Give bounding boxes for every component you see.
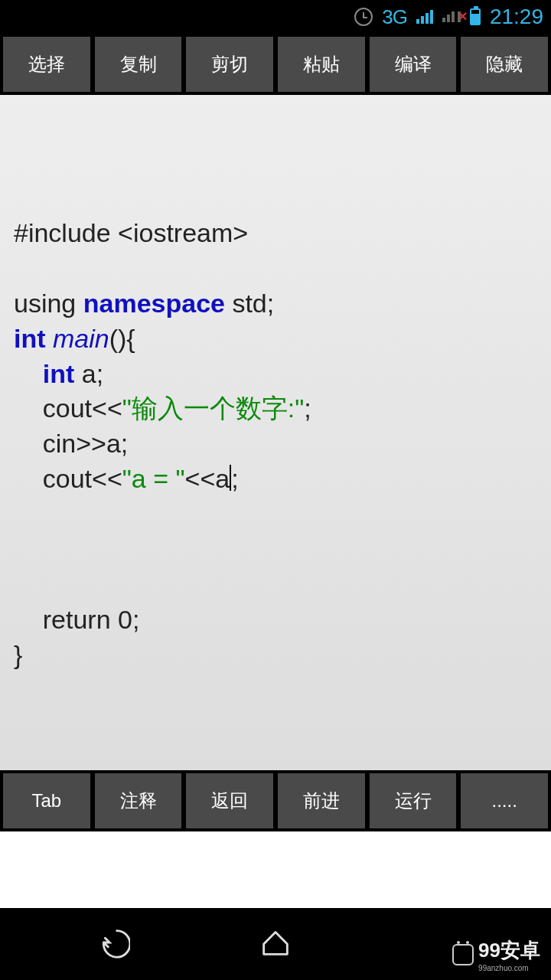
copy-button[interactable]: 复制 <box>95 37 182 92</box>
robot-icon <box>452 944 474 965</box>
bottom-toolbar: Tab 注释 返回 前进 运行 ..... <box>0 770 551 831</box>
comment-button[interactable]: 注释 <box>95 773 182 828</box>
code-content: #include <iostream> using namespace std;… <box>14 107 537 673</box>
paste-button[interactable]: 粘贴 <box>278 37 365 92</box>
redo-button[interactable]: 前进 <box>278 773 365 828</box>
brand-url: 99anzhuo.com <box>478 964 540 972</box>
signal2-icon: ✕ <box>442 11 461 22</box>
run-button[interactable]: 运行 <box>370 773 457 828</box>
compile-button[interactable]: 编译 <box>370 37 457 92</box>
back-icon[interactable] <box>95 925 130 963</box>
signal-icon <box>416 10 433 24</box>
select-button[interactable]: 选择 <box>3 37 90 92</box>
alarm-icon <box>354 8 373 26</box>
battery-icon <box>470 8 481 25</box>
clock: 21:29 <box>490 5 543 29</box>
hide-button[interactable]: 隐藏 <box>461 37 548 92</box>
system-nav-bar: 99安卓 99anzhuo.com <box>0 908 551 980</box>
tab-button[interactable]: Tab <box>3 773 90 828</box>
keyboard-area <box>0 831 551 908</box>
network-type: 3G <box>382 5 407 29</box>
status-bar: 3G ✕ 21:29 <box>0 0 551 34</box>
watermark: 99安卓 99anzhuo.com <box>452 937 540 972</box>
undo-button[interactable]: 返回 <box>186 773 273 828</box>
top-toolbar: 选择 复制 剪切 粘贴 编译 隐藏 <box>0 34 551 95</box>
cut-button[interactable]: 剪切 <box>186 37 273 92</box>
brand-name: 99安卓 <box>478 939 540 962</box>
more-button[interactable]: ..... <box>461 773 548 828</box>
home-icon[interactable] <box>258 925 293 963</box>
code-editor[interactable]: #include <iostream> using namespace std;… <box>0 95 551 770</box>
